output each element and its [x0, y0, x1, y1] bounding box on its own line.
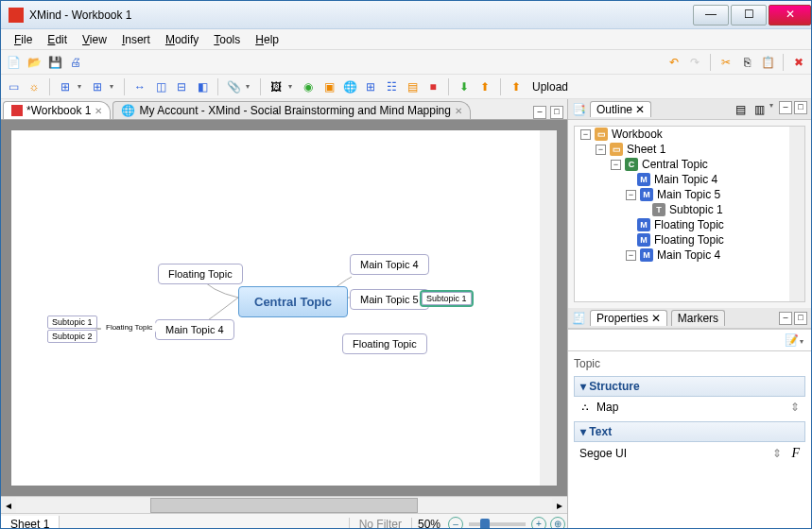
undo-icon[interactable]: ↶ [665, 54, 682, 71]
menu-file[interactable]: File [7, 31, 40, 48]
node-floating-1[interactable]: Floating Topic [158, 264, 243, 284]
redo-icon[interactable]: ↷ [686, 54, 703, 71]
tree-row[interactable]: −CCentral Topic [575, 157, 804, 172]
menu-help[interactable]: Help [248, 31, 286, 48]
marker3-icon[interactable]: 🌐 [341, 78, 358, 95]
close-icon[interactable]: ✕ [651, 312, 661, 325]
subtopic2-icon[interactable]: ⊞ [89, 78, 106, 95]
outline-view1-icon[interactable]: ▤ [732, 101, 749, 118]
font-row[interactable]: Segoe UI ⇕ F [574, 442, 805, 465]
collapse-icon[interactable]: − [626, 250, 636, 261]
label-icon[interactable]: ◧ [194, 78, 211, 95]
marker2-icon[interactable]: ▣ [320, 78, 337, 95]
zoom-slider[interactable] [469, 522, 526, 526]
paste-icon[interactable]: 📋 [759, 54, 776, 71]
properties-tab[interactable]: Properties ✕ [590, 310, 667, 326]
node-floating-small[interactable]: Floating Topic [102, 322, 156, 333]
collapse-icon[interactable]: − [596, 145, 606, 155]
zoom-out-icon[interactable]: – [448, 517, 463, 530]
tree-row[interactable]: TSubtopic 1 [575, 202, 804, 217]
collapse-icon[interactable]: − [626, 190, 636, 200]
new-icon[interactable]: 📄 [5, 54, 22, 71]
zoom-in-icon[interactable]: + [531, 517, 546, 530]
pane-minimize-icon[interactable]: – [779, 101, 792, 114]
menu-modify[interactable]: Modify [158, 31, 206, 48]
outline-view2-icon[interactable]: ▥ [751, 101, 768, 118]
canvas-hscroll[interactable]: ◂▸ [1, 496, 567, 513]
node-central[interactable]: Central Topic [238, 286, 348, 317]
outline-tab[interactable]: Outline ✕ [590, 101, 651, 117]
relation-icon[interactable]: ↔ [131, 78, 148, 95]
zoom-fit-icon[interactable]: ⊕ [550, 517, 565, 530]
marker7-icon[interactable]: ■ [424, 78, 441, 95]
open-icon[interactable]: 📂 [26, 54, 43, 71]
delete-icon[interactable]: ✖ [790, 54, 807, 71]
tree-row[interactable]: −▭Workbook [575, 127, 804, 142]
upload-button[interactable]: Upload [528, 80, 572, 94]
filter-label[interactable]: No Filter [349, 518, 411, 530]
topic2-icon[interactable]: ☼ [26, 78, 43, 95]
tree-row[interactable]: −MMain Topic 5 [575, 187, 804, 202]
upload-icon[interactable]: ⬆ [508, 78, 525, 95]
tab-web[interactable]: 🌐 My Account - XMind - Social Brainstorm… [112, 101, 470, 119]
node-main-topic-5[interactable]: Main Topic 5 [350, 289, 429, 310]
canvas-vscroll[interactable] [540, 130, 557, 486]
structure-row[interactable]: ⛬ Map ⇕ [574, 397, 805, 418]
node-subtopic-1[interactable]: Subtopic 1 [422, 292, 472, 305]
tree-row[interactable]: −▭Sheet 1 [575, 142, 804, 157]
marker1-icon[interactable]: ◉ [300, 78, 317, 95]
menu-insert[interactable]: Insert [114, 31, 158, 48]
save-icon[interactable]: 💾 [46, 54, 63, 71]
maximize-button[interactable]: ☐ [731, 5, 767, 26]
node-main-topic-4[interactable]: Main Topic 4 [350, 254, 429, 275]
font-style-icon[interactable]: F [791, 446, 800, 461]
close-icon[interactable]: ✕ [635, 103, 645, 116]
node-floating-2[interactable]: Floating Topic [342, 333, 427, 354]
collapse-icon[interactable]: − [580, 129, 591, 140]
tree-row[interactable]: MFloating Topic [575, 217, 804, 232]
cut-icon[interactable]: ✂ [717, 54, 734, 71]
menu-tools[interactable]: Tools [206, 31, 248, 48]
tab-maximize-icon[interactable]: □ [550, 106, 563, 119]
tree-row[interactable]: MFloating Topic [575, 232, 804, 247]
summary-icon[interactable]: ⊟ [173, 78, 190, 95]
section-structure[interactable]: Structure [574, 376, 805, 397]
tab-close-icon[interactable]: ✕ [95, 106, 102, 116]
boundary-icon[interactable]: ◫ [152, 78, 169, 95]
pane-maximize-icon[interactable]: □ [794, 101, 807, 114]
menu-edit[interactable]: Edit [40, 31, 75, 48]
marker6-icon[interactable]: ▤ [404, 78, 421, 95]
spinner-icon[interactable]: ⇕ [790, 401, 800, 414]
subtopic-icon[interactable]: ⊞ [57, 78, 74, 95]
markers-tab[interactable]: Markers [671, 310, 725, 326]
mindmap-canvas[interactable]: Central Topic Main Topic 4 Main Topic 5 … [10, 129, 558, 486]
tree-row[interactable]: −MMain Topic 4 [575, 247, 804, 263]
marker4-icon[interactable]: ⊞ [362, 78, 379, 95]
tab-workbook[interactable]: *Workbook 1 ✕ [3, 101, 111, 119]
print-icon[interactable]: 🖨 [67, 54, 84, 71]
spinner-icon[interactable]: ⇕ [772, 447, 782, 460]
section-text[interactable]: Text [574, 421, 805, 442]
up-icon[interactable]: ⬆ [476, 78, 493, 95]
node-main-topic-4b[interactable]: Main Topic 4 [155, 319, 234, 340]
topic1-icon[interactable]: ▭ [5, 78, 22, 95]
copy-icon[interactable]: ⎘ [738, 54, 755, 71]
tree-row[interactable]: MMain Topic 4 [575, 172, 804, 187]
outline-vscroll[interactable] [789, 127, 804, 301]
node-subtopic-1b[interactable]: Subtopic 1 [47, 316, 97, 329]
attach-icon[interactable]: 📎 [225, 78, 242, 95]
close-button[interactable]: ✕ [769, 5, 811, 26]
image-icon[interactable]: 🖼 [268, 78, 285, 95]
outline-menu-icon[interactable]: ▾ [769, 101, 777, 118]
node-subtopic-2[interactable]: Subtopic 2 [47, 330, 97, 343]
marker5-icon[interactable]: ☷ [383, 78, 400, 95]
down-icon[interactable]: ⬇ [456, 78, 473, 95]
props-menu-icon[interactable]: 📝 [783, 332, 800, 349]
zoom-label[interactable]: 50% [411, 518, 446, 530]
pane-maximize-icon[interactable]: □ [794, 312, 807, 325]
pane-minimize-icon[interactable]: – [779, 312, 792, 325]
tab-close-icon[interactable]: ✕ [455, 106, 462, 116]
minimize-button[interactable]: — [693, 5, 729, 26]
collapse-icon[interactable]: − [611, 160, 621, 170]
menu-view[interactable]: View [75, 31, 114, 48]
